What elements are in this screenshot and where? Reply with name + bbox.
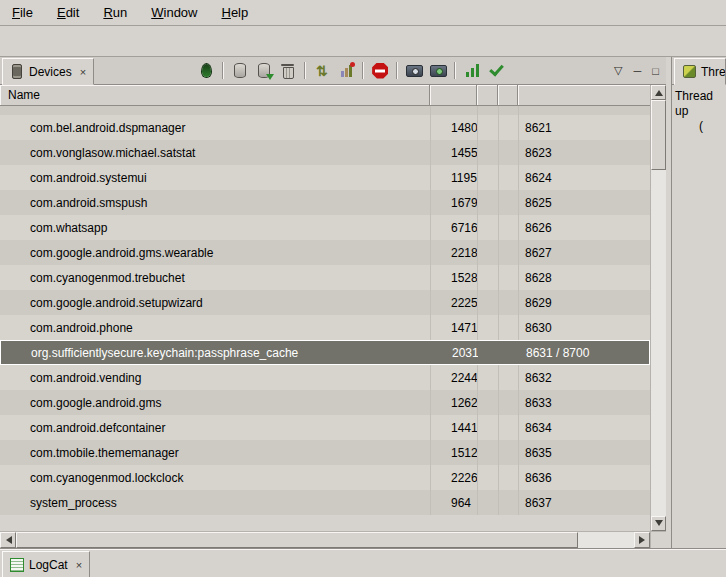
toolbar-separator bbox=[396, 62, 398, 79]
process-pid-cell: 1512 bbox=[430, 440, 477, 465]
empty-cell bbox=[477, 440, 498, 465]
process-name-cell: com.android.systemui bbox=[0, 165, 430, 190]
empty-cell bbox=[498, 215, 518, 240]
menu-window[interactable]: Window bbox=[151, 5, 197, 20]
column-header-port[interactable] bbox=[518, 85, 650, 105]
process-name-cell: com.google.android.gms bbox=[0, 390, 430, 415]
vertical-scrollbar[interactable] bbox=[650, 85, 666, 531]
table-row[interactable]: com.cyanogenmod.trebuchet15288628 bbox=[0, 265, 650, 290]
menu-edit[interactable]: Edit bbox=[57, 5, 79, 20]
column-header-empty2[interactable] bbox=[498, 85, 518, 105]
debug-process-icon[interactable] bbox=[194, 60, 218, 82]
tracer-icon[interactable] bbox=[484, 60, 508, 82]
table-row[interactable]: system_process9648637 bbox=[0, 490, 650, 515]
table-row[interactable]: com.tmobile.thememanager15128635 bbox=[0, 440, 650, 465]
process-port-cell: 8623 bbox=[518, 140, 650, 165]
empty-cell bbox=[498, 115, 518, 140]
tab-devices-close-icon[interactable]: × bbox=[80, 66, 86, 78]
menu-file[interactable]: File bbox=[12, 5, 33, 20]
table-row[interactable]: com.google.android.gms.wearable221858627 bbox=[0, 240, 650, 265]
process-name-cell: com.vonglasow.michael.satstat bbox=[0, 140, 430, 165]
process-name-cell bbox=[0, 106, 430, 115]
dump-hprof-icon[interactable] bbox=[252, 60, 276, 82]
scroll-right-button[interactable] bbox=[634, 532, 650, 548]
column-header-name[interactable]: Name bbox=[0, 85, 430, 105]
horizontal-scrollbar[interactable] bbox=[0, 531, 650, 548]
minimize-icon[interactable]: ─ bbox=[634, 65, 642, 77]
horizontal-scroll-track[interactable] bbox=[578, 532, 634, 548]
process-pid-cell: 12623 bbox=[430, 390, 477, 415]
tab-threads-label: Threa bbox=[701, 65, 726, 79]
process-port-cell: 8635 bbox=[518, 440, 650, 465]
process-port-cell: 8621 bbox=[518, 115, 650, 140]
menu-help[interactable]: Help bbox=[221, 5, 248, 20]
table-row[interactable]: com.android.systemui11958624 bbox=[0, 165, 650, 190]
process-pid-cell: 22265 bbox=[430, 465, 477, 490]
menubar: FileEditRunWindowHelp bbox=[0, 0, 726, 26]
table-row[interactable]: com.android.vending224408632 bbox=[0, 365, 650, 390]
empty-cell bbox=[477, 465, 498, 490]
table-row[interactable]: com.android.smspush16798625 bbox=[0, 190, 650, 215]
capture-video-icon[interactable] bbox=[426, 60, 450, 82]
process-name-cell: com.google.android.gms.wearable bbox=[0, 240, 430, 265]
scroll-up-button[interactable] bbox=[651, 85, 666, 100]
empty-cell bbox=[477, 240, 498, 265]
tab-logcat[interactable]: LogCat × bbox=[2, 551, 90, 577]
empty-cell bbox=[477, 140, 498, 165]
table-row[interactable]: com.bel.android.dspmanager14808621 bbox=[0, 115, 650, 140]
maximize-icon[interactable]: □ bbox=[652, 65, 659, 77]
devices-icon bbox=[10, 65, 24, 79]
logcat-bar: LogCat × bbox=[0, 548, 726, 577]
update-threads-icon[interactable] bbox=[310, 60, 334, 82]
devices-panel: Devices × ▽ ─ □ Name bbox=[0, 57, 666, 548]
empty-cell bbox=[498, 490, 518, 515]
table-row[interactable]: com.google.android.gms126238633 bbox=[0, 390, 650, 415]
table-row[interactable]: com.android.defcontainer144118634 bbox=[0, 415, 650, 440]
vertical-scroll-thumb[interactable] bbox=[651, 100, 666, 170]
screen-capture-icon[interactable] bbox=[402, 60, 426, 82]
empty-cell bbox=[498, 440, 518, 465]
toolbar-strip bbox=[0, 26, 726, 57]
empty-cell bbox=[498, 365, 518, 390]
process-name-cell: com.google.android.setupwizard bbox=[0, 290, 430, 315]
table-row[interactable]: com.whatsapp67168626 bbox=[0, 215, 650, 240]
process-name-cell: com.bel.android.dspmanager bbox=[0, 115, 430, 140]
table-row[interactable]: com.cyanogenmod.lockclock222658636 bbox=[0, 465, 650, 490]
tab-devices[interactable]: Devices × bbox=[2, 58, 94, 85]
empty-cell bbox=[498, 140, 518, 165]
process-port-cell: 8627 bbox=[518, 240, 650, 265]
update-heap-icon[interactable] bbox=[228, 60, 252, 82]
column-header-empty1[interactable] bbox=[477, 85, 498, 105]
start-method-profiling-icon[interactable] bbox=[334, 60, 358, 82]
table-row[interactable]: org.sufficientlysecure.keychain:passphra… bbox=[0, 340, 650, 365]
scroll-down-button[interactable] bbox=[651, 516, 666, 531]
threads-tabstrip: Threa bbox=[672, 57, 726, 85]
vertical-scroll-track[interactable] bbox=[651, 170, 666, 516]
empty-cell bbox=[477, 106, 498, 115]
empty-cell bbox=[477, 415, 498, 440]
scroll-left-button[interactable] bbox=[0, 532, 16, 548]
table-row[interactable]: com.android.phone14718630 bbox=[0, 315, 650, 340]
view-menu-icon[interactable]: ▽ bbox=[614, 64, 622, 77]
threads-content: Thread up ( bbox=[672, 85, 726, 548]
menu-run[interactable]: Run bbox=[103, 5, 127, 20]
stop-process-icon[interactable] bbox=[368, 60, 392, 82]
toolbar-separator bbox=[304, 62, 306, 79]
process-pid-cell: 1528 bbox=[430, 265, 477, 290]
table-row[interactable]: com.vonglasow.michael.satstat145538623 bbox=[0, 140, 650, 165]
empty-cell bbox=[499, 341, 519, 364]
column-header-pid[interactable] bbox=[430, 85, 477, 105]
tab-logcat-close-icon[interactable]: × bbox=[76, 559, 82, 571]
table-header: Name bbox=[0, 85, 650, 106]
cause-gc-icon[interactable] bbox=[276, 60, 300, 82]
sysinfo-icon[interactable] bbox=[460, 60, 484, 82]
process-name-cell: com.cyanogenmod.lockclock bbox=[0, 465, 430, 490]
table-row[interactable]: com.google.android.setupwizard222508629 bbox=[0, 290, 650, 315]
tab-threads[interactable]: Threa bbox=[674, 58, 726, 85]
process-name-cell: org.sufficientlysecure.keychain:passphra… bbox=[1, 341, 431, 364]
process-port-cell: 8634 bbox=[518, 415, 650, 440]
process-pid-cell: 1195 bbox=[430, 165, 477, 190]
process-pid-cell bbox=[430, 106, 477, 115]
tab-logcat-label: LogCat bbox=[29, 558, 68, 572]
horizontal-scroll-thumb[interactable] bbox=[16, 532, 578, 548]
